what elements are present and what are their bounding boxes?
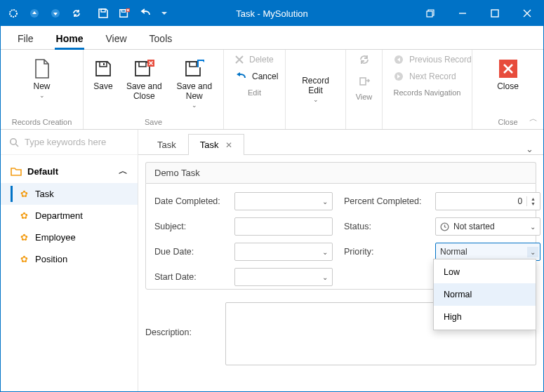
qat-undo-icon[interactable]: [140, 8, 151, 19]
chevron-down-icon: ⌄: [322, 198, 328, 205]
sidebar-item-department[interactable]: ✿ Department: [1, 205, 138, 227]
next-icon: [394, 72, 404, 81]
chevron-down-icon: ⌄: [322, 273, 328, 281]
save-button[interactable]: Save: [84, 54, 123, 111]
qat-dropdown-icon[interactable]: [161, 8, 168, 19]
chevron-down-icon: ⌄: [39, 92, 45, 99]
group-edit: Edit: [224, 86, 285, 100]
sidebar-item-position[interactable]: ✿ Position: [1, 248, 138, 270]
sidebar-item-employee[interactable]: ✿ Employee: [1, 227, 138, 248]
doctab-task-list[interactable]: Task: [145, 134, 188, 155]
prev-icon: [394, 55, 404, 65]
document-tabs: Task Task ✕ ⌄: [138, 130, 543, 155]
save-new-button[interactable]: Save and New ⌄: [166, 54, 223, 111]
svg-rect-16: [360, 78, 366, 85]
window-title: Task - MySolution: [236, 8, 308, 19]
window-close-button[interactable]: [511, 1, 543, 26]
window-minimize-button[interactable]: [446, 1, 479, 26]
input-due-date[interactable]: ⌄: [234, 243, 333, 261]
main-area: Task Task ✕ ⌄ Demo Task Date Completed: …: [138, 130, 543, 391]
cancel-button[interactable]: Cancel: [231, 69, 278, 83]
svg-rect-4: [101, 9, 105, 12]
record-edit-button[interactable]: Record Edit ⌄: [295, 54, 336, 111]
save-new-icon: [184, 58, 205, 79]
svg-rect-9: [491, 10, 498, 17]
title-bar: Task - MySolution: [1, 1, 543, 26]
qat-refresh-icon[interactable]: [71, 8, 82, 19]
gear-icon: ✿: [20, 254, 28, 264]
label-date-completed: Date Completed:: [154, 196, 223, 206]
group-records-navigation: Records Navigation: [383, 86, 472, 100]
ribbon-collapse-button[interactable]: ︿: [529, 113, 538, 125]
svg-rect-11: [103, 63, 105, 65]
menu-home[interactable]: Home: [55, 29, 85, 49]
svg-rect-7: [427, 11, 432, 17]
qat-save-close-icon[interactable]: [119, 8, 130, 19]
label-due-date: Due Date:: [154, 247, 223, 257]
label-percent-completed: Percent Completed:: [344, 196, 424, 206]
folder-icon: [11, 166, 22, 176]
group-save: Save: [84, 116, 223, 129]
gear-icon: ✿: [20, 189, 28, 199]
qat-up-icon[interactable]: [29, 8, 40, 19]
svg-rect-14: [190, 62, 197, 67]
doctabs-more-button[interactable]: ⌄: [516, 144, 543, 154]
clock-icon: [440, 222, 449, 231]
sidebar-group-default[interactable]: Default ︿: [1, 159, 138, 183]
svg-rect-5: [121, 10, 125, 13]
search-placeholder: Type keywords here: [25, 137, 106, 147]
app-window: Task - MySolution File Home View Tools N…: [0, 0, 544, 392]
label-description: Description:: [145, 302, 214, 337]
save-close-icon: [133, 58, 154, 79]
close-button[interactable]: Close: [489, 54, 528, 111]
group-view: View: [346, 90, 382, 104]
input-subject[interactable]: [234, 217, 333, 236]
label-start-date: Start Date:: [154, 272, 223, 282]
window-maximize-button[interactable]: [479, 1, 511, 26]
ribbon: New ⌄ Records Creation Save Save and Clo…: [1, 50, 543, 130]
priority-option-low[interactable]: Low: [434, 261, 536, 283]
priority-option-high[interactable]: High: [434, 306, 536, 328]
save-icon: [93, 58, 114, 79]
menu-tools[interactable]: Tools: [148, 29, 174, 49]
search-box[interactable]: Type keywords here: [1, 130, 138, 155]
chevron-down-icon: ⌄: [530, 223, 536, 231]
input-percent-completed[interactable]: 0 ▲▼: [435, 192, 540, 210]
priority-option-normal[interactable]: Normal: [434, 283, 536, 306]
view-refresh-button: [357, 53, 371, 67]
qat-save-icon[interactable]: [98, 8, 109, 19]
label-priority: Priority:: [344, 247, 424, 257]
priority-dropdown: Low Normal High: [433, 259, 536, 330]
menu-file[interactable]: File: [16, 29, 35, 49]
new-button[interactable]: New ⌄: [22, 54, 62, 111]
input-start-date[interactable]: ⌄: [234, 268, 333, 286]
svg-point-20: [11, 138, 16, 144]
svg-rect-12: [139, 62, 146, 67]
label-status: Status:: [344, 222, 424, 231]
chevron-down-icon: ⌄: [313, 96, 319, 103]
sidebar: Type keywords here Default ︿ ✿ Task ✿ De…: [1, 130, 138, 391]
qat-gear-icon[interactable]: [8, 8, 19, 19]
previous-record-button: Previous Record: [390, 53, 465, 67]
qat-down-icon[interactable]: [50, 8, 61, 19]
chevron-down-icon: ⌄: [527, 247, 538, 257]
delete-button: Delete: [231, 53, 278, 67]
delete-icon: [235, 55, 244, 64]
save-close-button[interactable]: Save and Close: [123, 54, 166, 111]
chevron-down-icon: ⌄: [192, 102, 197, 109]
input-date-completed[interactable]: ⌄: [234, 192, 333, 210]
sidebar-item-task[interactable]: ✿ Task: [1, 183, 138, 205]
input-status[interactable]: Not started ⌄: [435, 217, 540, 236]
svg-line-21: [16, 144, 19, 147]
window-restore-button[interactable]: [414, 1, 446, 26]
menu-view[interactable]: View: [104, 29, 128, 49]
form-title: Demo Task: [145, 162, 536, 183]
gear-icon: ✿: [20, 232, 28, 243]
view-export-button: [357, 74, 371, 88]
tab-close-icon[interactable]: ✕: [225, 140, 232, 150]
doctab-task-detail[interactable]: Task ✕: [188, 134, 245, 155]
label-subject: Subject:: [154, 222, 223, 231]
spin-arrows-icon[interactable]: ▲▼: [526, 196, 536, 206]
menu-tabs: File Home View Tools: [1, 26, 543, 50]
chevron-up-icon: ︿: [119, 165, 128, 177]
